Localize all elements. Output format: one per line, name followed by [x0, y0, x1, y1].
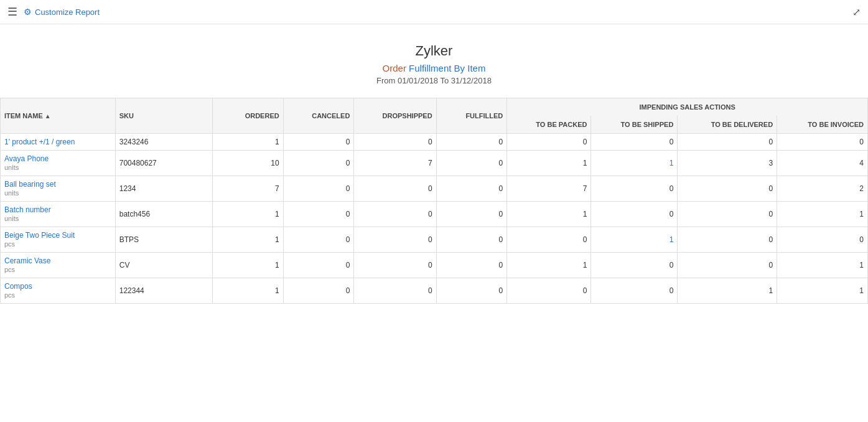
- to_be_invoiced-cell: 4: [777, 151, 868, 176]
- subtitle-order: Order: [383, 63, 409, 73]
- item-name-cell: Ceramic Vasepcs: [1, 253, 116, 278]
- item-unit: pcs: [4, 291, 15, 299]
- item-name-link[interactable]: Beige Two Piece Suit: [4, 231, 111, 240]
- item-name-cell: Avaya Phoneunits: [1, 151, 116, 176]
- ordered-cell: 1: [213, 278, 284, 304]
- toolbar: ☰ ⚙ Customize Report ⤢: [0, 0, 868, 24]
- subtitle-fulfillment: Fulfillment By Item: [409, 63, 485, 73]
- item-name-cell: Compospcs: [1, 278, 116, 304]
- dropshipped-cell: 0: [354, 176, 436, 202]
- table-row: Ceramic VasepcsCV10001001: [1, 253, 868, 278]
- ordered-cell: 1: [213, 253, 284, 278]
- canceled-cell: 0: [283, 202, 354, 227]
- canceled-cell: 0: [283, 278, 354, 304]
- customize-report-link[interactable]: ⚙ Customize Report: [24, 7, 100, 17]
- to_be_packed-cell: 1: [507, 151, 591, 176]
- canceled-cell: 0: [283, 253, 354, 278]
- to_be_shipped-cell: 0: [591, 253, 678, 278]
- to_be_delivered-cell: 0: [678, 253, 777, 278]
- col-to-be-delivered: TO BE DELIVERED: [678, 116, 777, 134]
- to_be_packed-cell: 1: [507, 253, 591, 278]
- item-name-link[interactable]: Compos: [4, 282, 111, 291]
- dropshipped-cell: 0: [354, 253, 436, 278]
- fulfilled-cell: 0: [436, 202, 507, 227]
- canceled-cell: 0: [283, 227, 354, 253]
- item-name-link[interactable]: Ceramic Vase: [4, 256, 111, 265]
- canceled-cell: 0: [283, 134, 354, 151]
- expand-icon[interactable]: ⤢: [852, 7, 861, 17]
- to_be_invoiced-cell: 2: [777, 176, 868, 202]
- item-name-cell: Beige Two Piece Suitpcs: [1, 227, 116, 253]
- to_be_delivered-cell: 0: [678, 134, 777, 151]
- to_be_shipped-cell: 0: [591, 202, 678, 227]
- item-unit: units: [4, 215, 19, 222]
- item-name-cell: Ball bearing setunits: [1, 176, 116, 202]
- sort-arrow-icon: ▲: [45, 113, 51, 120]
- ordered-cell: 1: [213, 134, 284, 151]
- table-row: Avaya Phoneunits700480627100701134: [1, 151, 868, 176]
- ordered-cell: 1: [213, 227, 284, 253]
- table-row: Beige Two Piece SuitpcsBTPS10000100: [1, 227, 868, 253]
- ordered-cell: 1: [213, 202, 284, 227]
- sku-cell: 122344: [115, 278, 212, 304]
- canceled-cell: 0: [283, 176, 354, 202]
- dropshipped-cell: 0: [354, 202, 436, 227]
- item-name-link[interactable]: Avaya Phone: [4, 154, 111, 163]
- canceled-cell: 0: [283, 151, 354, 176]
- table-row: Batch numberunitsbatch45610001001: [1, 202, 868, 227]
- item-unit: units: [4, 164, 19, 171]
- ordered-cell: 10: [213, 151, 284, 176]
- sku-cell: 1234: [115, 176, 212, 202]
- fulfilled-cell: 0: [436, 176, 507, 202]
- gear-icon: ⚙: [24, 7, 32, 17]
- dropshipped-cell: 7: [354, 151, 436, 176]
- col-item-name[interactable]: ITEM NAME ▲: [1, 98, 116, 134]
- dropshipped-cell: 0: [354, 134, 436, 151]
- sku-cell: batch456: [115, 202, 212, 227]
- fulfilled-cell: 0: [436, 151, 507, 176]
- sku-cell: 700480627: [115, 151, 212, 176]
- to_be_delivered-cell: 0: [678, 227, 777, 253]
- dropshipped-cell: 0: [354, 278, 436, 304]
- sku-cell: CV: [115, 253, 212, 278]
- fulfilled-cell: 0: [436, 278, 507, 304]
- fulfilled-cell: 0: [436, 227, 507, 253]
- table-row: 1' product +/1 / green324324610000000: [1, 134, 868, 151]
- to_be_delivered-cell: 0: [678, 176, 777, 202]
- col-impending-group: IMPENDING SALES ACTIONS: [507, 98, 868, 116]
- report-header: Zylker Order Fulfillment By Item From 01…: [0, 24, 868, 98]
- col-sku: SKU: [115, 98, 212, 134]
- toolbar-left: ☰ ⚙ Customize Report: [7, 5, 100, 19]
- dropshipped-cell: 0: [354, 227, 436, 253]
- sku-cell: 3243246: [115, 134, 212, 151]
- to_be_packed-cell: 0: [507, 134, 591, 151]
- to_be_shipped-cell: 0: [591, 134, 678, 151]
- menu-icon[interactable]: ☰: [7, 5, 17, 19]
- item-unit: units: [4, 189, 19, 197]
- to_be_invoiced-cell: 1: [777, 253, 868, 278]
- item-name-cell: 1' product +/1 / green: [1, 134, 116, 151]
- col-ordered: ORDERED: [213, 98, 284, 134]
- report-date: From 01/01/2018 To 31/12/2018: [0, 76, 868, 85]
- report-table-container: ITEM NAME ▲ SKU ORDERED CANCELED DROPSHI…: [0, 98, 868, 304]
- fulfilled-cell: 0: [436, 253, 507, 278]
- to_be_shipped-cell: 0: [591, 278, 678, 304]
- report-subtitle: Order Fulfillment By Item: [0, 63, 868, 73]
- to_be_invoiced-cell: 1: [777, 202, 868, 227]
- item-name-cell: Batch numberunits: [1, 202, 116, 227]
- sku-cell: BTPS: [115, 227, 212, 253]
- item-name-link[interactable]: Ball bearing set: [4, 180, 111, 189]
- item-unit: pcs: [4, 240, 15, 248]
- ordered-cell: 7: [213, 176, 284, 202]
- to_be_invoiced-cell: 0: [777, 227, 868, 253]
- to_be_shipped-cell: 1: [591, 151, 678, 176]
- col-to-be-invoiced: TO BE INVOICED: [777, 116, 868, 134]
- to_be_shipped-cell: 1: [591, 227, 678, 253]
- item-name-link[interactable]: Batch number: [4, 205, 111, 214]
- item-name-link[interactable]: 1' product +/1 / green: [4, 138, 111, 146]
- col-to-be-packed: TO BE PACKED: [507, 116, 591, 134]
- to_be_packed-cell: 0: [507, 278, 591, 304]
- to_be_delivered-cell: 3: [678, 151, 777, 176]
- fulfilled-cell: 0: [436, 134, 507, 151]
- customize-report-label: Customize Report: [35, 7, 100, 17]
